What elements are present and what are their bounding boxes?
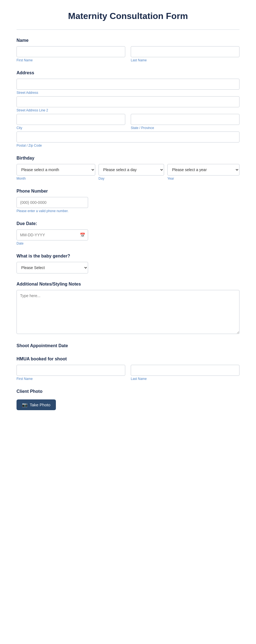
year-select[interactable]: Please select a year20262025202420232022… bbox=[167, 164, 239, 176]
phone-input[interactable] bbox=[17, 197, 88, 208]
due-date-section: Due Date: 📅 Date bbox=[17, 221, 239, 245]
phone-section: Phone Number Please enter a valid phone … bbox=[17, 189, 239, 213]
state-col: State / Province bbox=[131, 114, 239, 130]
street2-sublabel: Street Address Line 2 bbox=[17, 108, 239, 112]
camera-icon: 📷 bbox=[22, 402, 28, 407]
notes-textarea[interactable] bbox=[17, 290, 239, 334]
postal-input[interactable] bbox=[17, 131, 239, 142]
postal-col: Postal / Zip Code bbox=[17, 131, 239, 147]
name-section: Name First Name Last Name bbox=[17, 38, 239, 62]
hmua-last-name-input[interactable] bbox=[131, 365, 239, 376]
name-label: Name bbox=[17, 38, 239, 43]
name-row: First Name Last Name bbox=[17, 46, 239, 62]
month-col: Please select a monthJanuaryFebruaryMarc… bbox=[17, 164, 95, 180]
hmua-name-row: First Name Last Name bbox=[17, 365, 239, 381]
city-col: City bbox=[17, 114, 125, 130]
day-select[interactable]: Please select a day123456789101112131415… bbox=[99, 164, 164, 176]
city-sublabel: City bbox=[17, 126, 125, 130]
hmua-last-name-sublabel: Last Name bbox=[131, 377, 239, 381]
divider bbox=[17, 29, 239, 30]
street-row: Street Address bbox=[17, 79, 239, 95]
hmua-first-name-input[interactable] bbox=[17, 365, 125, 376]
hmua-first-name-sublabel: First Name bbox=[17, 377, 125, 381]
year-sublabel: Year bbox=[167, 177, 239, 180]
hmua-last-name-col: Last Name bbox=[131, 365, 239, 381]
last-name-col: Last Name bbox=[131, 46, 239, 62]
first-name-sublabel: First Name bbox=[17, 58, 125, 62]
state-sublabel: State / Province bbox=[131, 126, 239, 130]
postal-row: Postal / Zip Code bbox=[17, 131, 239, 147]
due-date-input[interactable] bbox=[17, 229, 88, 240]
street-col: Street Address bbox=[17, 79, 239, 95]
birthday-section: Birthday Please select a monthJanuaryFeb… bbox=[17, 156, 239, 180]
last-name-sublabel: Last Name bbox=[131, 58, 239, 62]
state-input[interactable] bbox=[131, 114, 239, 125]
notes-label: Additional Notes/Styling Notes bbox=[17, 282, 239, 287]
take-photo-button[interactable]: 📷 Take Photo bbox=[17, 399, 56, 410]
page-title: Maternity Consultation Form bbox=[17, 11, 239, 21]
gender-section: What is the baby gender? Please Select B… bbox=[17, 254, 239, 273]
gender-label: What is the baby gender? bbox=[17, 254, 239, 259]
hmua-first-name-col: First Name bbox=[17, 365, 125, 381]
birthday-label: Birthday bbox=[17, 156, 239, 161]
client-photo-label: Client Photo bbox=[17, 389, 239, 394]
hmua-label: HMUA booked for shoot bbox=[17, 357, 239, 361]
street-address-input[interactable] bbox=[17, 79, 239, 90]
street-sublabel: Street Address bbox=[17, 91, 239, 95]
street-address2-input[interactable] bbox=[17, 96, 239, 107]
street2-col: Street Address Line 2 bbox=[17, 96, 239, 112]
take-photo-label: Take Photo bbox=[30, 402, 50, 407]
shoot-date-section: Shoot Appointment Date bbox=[17, 343, 239, 348]
city-input[interactable] bbox=[17, 114, 125, 125]
day-sublabel: Day bbox=[99, 177, 164, 180]
due-date-wrapper: 📅 bbox=[17, 229, 88, 240]
address-label: Address bbox=[17, 70, 239, 75]
shoot-date-label: Shoot Appointment Date bbox=[17, 343, 239, 348]
first-name-col: First Name bbox=[17, 46, 125, 62]
address-section: Address Street Address Street Address Li… bbox=[17, 70, 239, 147]
month-select[interactable]: Please select a monthJanuaryFebruaryMarc… bbox=[17, 164, 95, 176]
hmua-section: HMUA booked for shoot First Name Last Na… bbox=[17, 357, 239, 381]
year-col: Please select a year20262025202420232022… bbox=[167, 164, 239, 180]
month-sublabel: Month bbox=[17, 177, 95, 180]
city-state-row: City State / Province bbox=[17, 114, 239, 130]
gender-select[interactable]: Please Select Boy Girl Unknown bbox=[17, 262, 88, 273]
birthday-row: Please select a monthJanuaryFebruaryMarc… bbox=[17, 164, 239, 180]
client-photo-section: Client Photo 📷 Take Photo bbox=[17, 389, 239, 410]
phone-label: Phone Number bbox=[17, 189, 239, 194]
notes-section: Additional Notes/Styling Notes bbox=[17, 282, 239, 335]
due-date-label: Due Date: bbox=[17, 221, 239, 226]
due-date-sublabel: Date bbox=[17, 242, 239, 245]
last-name-input[interactable] bbox=[131, 46, 239, 57]
day-col: Please select a day123456789101112131415… bbox=[99, 164, 164, 180]
first-name-input[interactable] bbox=[17, 46, 125, 57]
postal-sublabel: Postal / Zip Code bbox=[17, 144, 239, 147]
phone-error: Please enter a valid phone number. bbox=[17, 209, 239, 213]
street2-row: Street Address Line 2 bbox=[17, 96, 239, 112]
